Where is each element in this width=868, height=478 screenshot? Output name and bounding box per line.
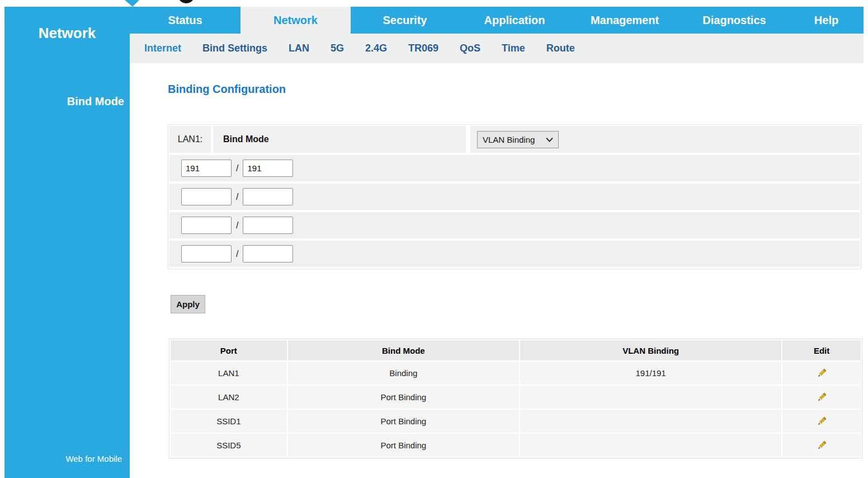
tab-status[interactable]: Status xyxy=(130,7,240,34)
bind-mode-select-value: VLAN Binding xyxy=(483,135,535,144)
vlan-binding-row: / xyxy=(169,184,860,210)
chevron-down-icon xyxy=(546,137,553,142)
column-header-edit: Edit xyxy=(782,340,861,360)
apply-button[interactable]: Apply xyxy=(171,295,205,313)
vlan-separator: / xyxy=(236,163,238,174)
vlan-binding-row: / xyxy=(169,212,860,238)
vlan-binding-cell: 191/191 xyxy=(520,362,781,385)
table-row: LAN2 Port Binding xyxy=(171,386,861,409)
bind-mode-cell: Port Binding xyxy=(288,410,519,433)
tab-help[interactable]: Help xyxy=(789,7,864,34)
sidebar-title: Network xyxy=(4,25,130,42)
bind-mode-cell: Port Binding xyxy=(288,434,519,457)
vlan-input-2b[interactable] xyxy=(243,188,293,205)
edit-pencil-icon xyxy=(817,368,827,378)
edit-pencil-icon xyxy=(817,440,827,451)
subnav-item-route[interactable]: Route xyxy=(546,43,575,54)
binding-configuration-form: LAN1: Bind Mode VLAN Binding / / / / xyxy=(168,124,861,269)
vlan-separator: / xyxy=(236,249,238,259)
logo-fragment-icon xyxy=(178,0,195,3)
sub-navigation-bar: Internet Bind Settings LAN 5G 2.4G TR069… xyxy=(130,34,864,63)
column-header-port: Port xyxy=(171,340,287,360)
table-header-row: Port Bind Mode VLAN Binding Edit xyxy=(171,340,861,360)
vlan-input-1a[interactable] xyxy=(181,160,232,177)
subnav-item-2-4g[interactable]: 2.4G xyxy=(365,43,387,54)
edit-pencil-icon xyxy=(817,416,827,427)
logo-fragment-icon xyxy=(125,0,139,7)
vlan-binding-cell xyxy=(520,386,781,409)
bind-mode-cell: Binding xyxy=(288,362,519,385)
vlan-separator: / xyxy=(236,221,238,231)
subnav-item-lan[interactable]: LAN xyxy=(289,43,309,54)
table-row: LAN1 Binding 191/191 xyxy=(171,362,861,385)
vlan-input-2a[interactable] xyxy=(181,188,232,205)
vlan-input-4b[interactable] xyxy=(243,245,293,263)
vlan-binding-row: / xyxy=(169,155,860,181)
bind-mode-row: LAN1: Bind Mode VLAN Binding xyxy=(169,126,860,153)
edit-button[interactable] xyxy=(782,410,861,433)
bind-mode-select-cell: VLAN Binding xyxy=(470,126,860,153)
tab-application[interactable]: Application xyxy=(459,7,570,34)
port-cell: SSID1 xyxy=(171,410,287,433)
vlan-input-1b[interactable] xyxy=(243,160,293,177)
vlan-binding-cell xyxy=(520,410,781,433)
column-header-bind-mode: Bind Mode xyxy=(288,340,519,360)
edit-button[interactable] xyxy=(782,362,861,385)
edit-button[interactable] xyxy=(782,386,861,409)
bind-mode-select[interactable]: VLAN Binding xyxy=(477,131,559,148)
vlan-separator: / xyxy=(236,192,238,202)
port-cell: LAN2 xyxy=(171,386,287,409)
subnav-item-internet[interactable]: Internet xyxy=(144,43,181,54)
vlan-binding-row: / xyxy=(169,241,860,267)
tab-management[interactable]: Management xyxy=(570,7,680,34)
subnav-item-bind-settings[interactable]: Bind Settings xyxy=(202,43,267,54)
sidebar-item-bind-mode[interactable]: Bind Mode xyxy=(67,95,124,108)
vlan-input-3a[interactable] xyxy=(181,217,232,234)
bind-mode-cell: Port Binding xyxy=(288,386,519,409)
port-cell: LAN1 xyxy=(171,362,287,385)
page-title: Binding Configuration xyxy=(168,83,286,96)
subnav-item-tr069[interactable]: TR069 xyxy=(408,43,438,54)
bindings-table: Port Bind Mode VLAN Binding Edit LAN1 Bi… xyxy=(169,339,862,458)
port-label: LAN1: xyxy=(169,126,211,153)
bind-mode-label: Bind Mode xyxy=(213,126,466,153)
subnav-item-5g[interactable]: 5G xyxy=(331,43,344,54)
vlan-input-4a[interactable] xyxy=(181,245,232,263)
vlan-input-3b[interactable] xyxy=(243,217,293,234)
top-navigation-bar: Status Network Security Application Mana… xyxy=(4,7,864,34)
subnav-item-time[interactable]: Time xyxy=(502,43,525,54)
table-row: SSID5 Port Binding xyxy=(171,434,861,457)
tab-security[interactable]: Security xyxy=(351,7,459,34)
tab-diagnostics[interactable]: Diagnostics xyxy=(680,7,789,34)
sidebar-link-web-for-mobile[interactable]: Web for Mobile xyxy=(65,454,122,463)
tab-network[interactable]: Network xyxy=(240,7,351,34)
vlan-binding-cell xyxy=(520,434,781,457)
sidebar: Network Bind Mode Web for Mobile xyxy=(4,7,130,478)
subnav-item-qos[interactable]: QoS xyxy=(460,43,480,54)
edit-button[interactable] xyxy=(782,434,861,457)
table-row: SSID1 Port Binding xyxy=(171,410,861,433)
port-cell: SSID5 xyxy=(171,434,287,457)
edit-pencil-icon xyxy=(817,392,827,402)
column-header-vlan-binding: VLAN Binding xyxy=(520,340,781,360)
